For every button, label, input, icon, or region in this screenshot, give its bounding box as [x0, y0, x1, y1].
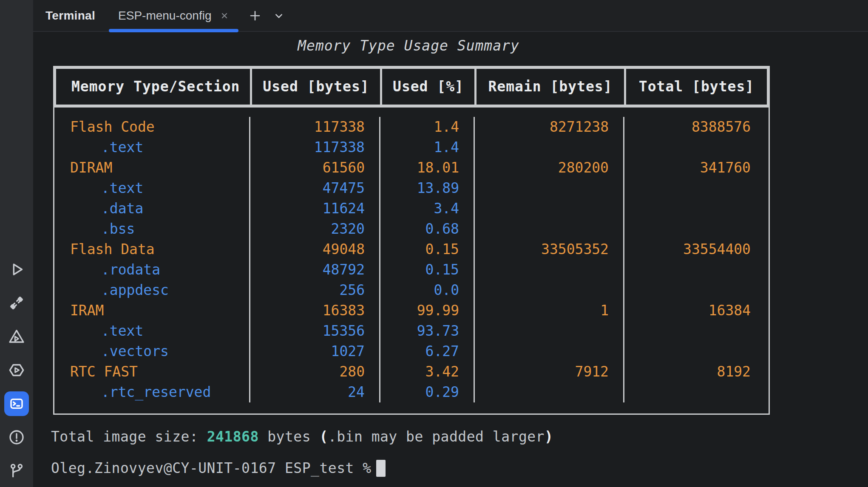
cell-remain-bytes — [475, 137, 624, 158]
cell-used-bytes: 11624 — [250, 198, 380, 219]
cell-remain-bytes — [475, 341, 624, 362]
tab-close-button[interactable] — [220, 11, 229, 20]
cell-total-bytes — [624, 382, 765, 402]
header-remain-bytes: Remain [bytes] — [477, 69, 626, 105]
cell-remain-bytes: 1 — [475, 300, 624, 321]
run-button[interactable] — [4, 257, 29, 282]
tab-options-button[interactable] — [269, 6, 289, 25]
plug-icon — [8, 294, 25, 311]
shell-prompt-line[interactable]: Oleg.Zinovyev@CY-UNIT-0167 ESP_test % — [51, 458, 868, 479]
table-header-row: Memory Type/Section Used [bytes] Used [%… — [53, 66, 770, 108]
services-button[interactable] — [4, 358, 29, 382]
tab-esp-menu-config[interactable]: ESP-menu-config — [108, 0, 239, 31]
terminal-panel: Terminal ESP-menu-config Memory Type Usa… — [33, 0, 868, 487]
cell-used-pct: 18.01 — [380, 158, 475, 178]
header-memory-type: Memory Type/Section — [56, 69, 252, 105]
cell-section: .text — [54, 321, 250, 341]
cell-used-pct: 3.4 — [380, 198, 475, 219]
cell-section: .rodata — [54, 260, 250, 280]
cell-used-bytes: 15356 — [250, 321, 380, 341]
cell-section: DIRAM — [54, 158, 250, 178]
tool-window-icons — [0, 257, 33, 483]
cell-used-bytes: 49048 — [250, 239, 380, 260]
paren-close: ) — [545, 428, 553, 445]
cell-used-pct: 0.15 — [380, 239, 475, 260]
total-middle: bytes — [259, 428, 320, 445]
cell-remain-bytes — [475, 260, 624, 280]
memory-usage-table: Memory Type/Section Used [bytes] Used [%… — [53, 66, 770, 415]
problems-exclamation-icon — [8, 429, 25, 446]
paren-open: ( — [319, 428, 328, 445]
git-branch-icon — [8, 462, 25, 479]
memory-table-body: Flash Code1173381.482712388388576.text11… — [53, 108, 770, 415]
total-prefix: Total image size: — [51, 428, 207, 445]
cell-total-bytes: 16384 — [624, 300, 765, 321]
cell-section: RTC FAST — [54, 362, 250, 382]
cell-remain-bytes — [475, 382, 624, 402]
cell-remain-bytes: 7912 — [475, 362, 624, 382]
total-image-size-line: Total image size: 241868 bytes (.bin may… — [51, 427, 868, 447]
cell-used-pct: 0.29 — [380, 382, 475, 402]
cell-used-pct: 93.73 — [380, 321, 475, 341]
version-control-button[interactable] — [4, 459, 29, 483]
terminal-output-area[interactable]: Memory Type Usage Summary Memory Type/Se… — [33, 33, 868, 487]
cell-used-bytes: 61560 — [250, 158, 380, 178]
cell-used-pct: 0.68 — [380, 219, 475, 239]
table-row: .rodata487920.15 — [54, 260, 769, 280]
terminal-tab-bar: Terminal ESP-menu-config — [33, 0, 868, 32]
cell-section: .rtc_reserved — [54, 382, 250, 402]
cell-used-pct: 3.42 — [380, 362, 475, 382]
header-used-bytes: Used [bytes] — [252, 69, 382, 105]
cell-used-pct: 1.4 — [380, 117, 475, 137]
cell-total-bytes: 341760 — [624, 158, 765, 178]
close-icon — [220, 11, 229, 20]
new-tab-button[interactable] — [245, 6, 265, 25]
plug-button[interactable] — [4, 291, 29, 315]
table-row: .vectors10276.27 — [54, 341, 769, 362]
cell-used-bytes: 24 — [250, 382, 380, 402]
cell-total-bytes: 8388576 — [624, 117, 765, 137]
problems-button[interactable] — [4, 425, 29, 450]
cell-remain-bytes — [475, 321, 624, 341]
cell-total-bytes — [624, 219, 765, 239]
tab-label: ESP-menu-config — [118, 9, 211, 23]
cell-remain-bytes — [475, 178, 624, 198]
table-row: IRAM1638399.99116384 — [54, 300, 769, 321]
cell-remain-bytes — [475, 219, 624, 239]
cell-section: IRAM — [54, 300, 250, 321]
cell-section: .text — [54, 137, 250, 158]
cell-section: .vectors — [54, 341, 250, 362]
profiler-triangle-icon — [8, 328, 25, 345]
cell-total-bytes — [624, 137, 765, 158]
table-row: RTC FAST2803.4279128192 — [54, 362, 769, 382]
cell-section: Flash Code — [54, 117, 250, 137]
terminal-button[interactable] — [4, 391, 29, 416]
cell-section: .appdesc — [54, 280, 250, 300]
table-row: .data116243.4 — [54, 198, 769, 219]
cell-section: .data — [54, 198, 250, 219]
profiler-button[interactable] — [4, 324, 29, 349]
table-row: Flash Data490480.153350535233554400 — [54, 239, 769, 260]
table-row: DIRAM6156018.01280200341760 — [54, 158, 769, 178]
cell-used-pct: 13.89 — [380, 178, 475, 198]
plus-icon — [248, 9, 262, 23]
cell-used-bytes: 16383 — [250, 300, 380, 321]
run-icon — [8, 261, 25, 278]
chevron-down-icon — [272, 9, 286, 23]
cell-used-bytes: 280 — [250, 362, 380, 382]
cell-total-bytes: 33554400 — [624, 239, 765, 260]
services-hexagon-play-icon — [8, 362, 25, 379]
table-row: .text1173381.4 — [54, 137, 769, 158]
cell-remain-bytes — [475, 280, 624, 300]
cell-total-bytes — [624, 198, 765, 219]
cell-remain-bytes — [475, 198, 624, 219]
cell-total-bytes: 8192 — [624, 362, 765, 382]
cell-total-bytes — [624, 280, 765, 300]
memory-summary-title: Memory Type Usage Summary — [51, 36, 766, 56]
cell-remain-bytes: 8271238 — [475, 117, 624, 137]
cell-remain-bytes: 33505352 — [475, 239, 624, 260]
cell-used-pct: 0.0 — [380, 280, 475, 300]
terminal-icon — [8, 395, 25, 412]
terminal-cursor[interactable] — [376, 460, 386, 477]
cell-used-bytes: 1027 — [250, 341, 380, 362]
